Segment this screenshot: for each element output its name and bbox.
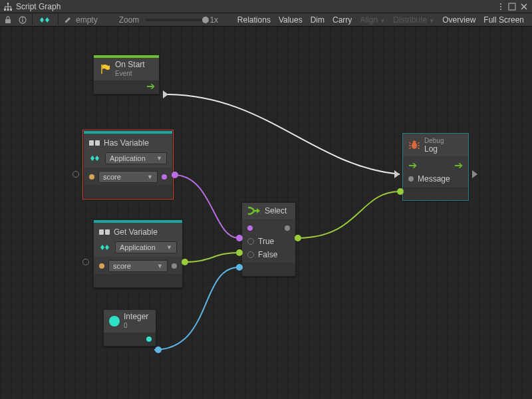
node-title: On Start — [115, 61, 145, 69]
svg-rect-8 — [5, 19, 11, 23]
port-dot[interactable] — [247, 225, 253, 231]
node-footer — [84, 185, 172, 198]
graph-icon — [4, 3, 12, 11]
dim-button[interactable]: Dim — [311, 15, 325, 25]
node-title: Get Variable — [114, 227, 158, 237]
relations-button[interactable]: Relations — [237, 15, 271, 25]
node-title: Integer — [124, 313, 148, 321]
node-debug-log[interactable]: Debug Log ➔➔ Message — [402, 133, 469, 201]
chevron-down-icon: ▼ — [157, 263, 163, 269]
scope-value: Application — [120, 243, 156, 251]
scope-value: Application — [110, 154, 146, 162]
node-footer — [403, 187, 468, 200]
align-dropdown[interactable]: Align ▼ — [360, 15, 385, 25]
node-title: Select — [265, 206, 287, 215]
variable-name-value: score — [113, 262, 131, 270]
node-select[interactable]: Select True False — [241, 202, 296, 277]
node-footer — [242, 263, 295, 276]
overview-button[interactable]: Overview — [442, 15, 475, 25]
flow-arrow-icon: ➔ — [454, 160, 463, 171]
svg-point-18 — [413, 141, 416, 144]
input-port[interactable] — [82, 259, 89, 265]
close-icon[interactable] — [520, 3, 528, 11]
lock-icon[interactable] — [4, 16, 12, 24]
node-footer — [94, 274, 182, 287]
info-icon[interactable] — [19, 16, 27, 24]
variable-name-dropdown[interactable]: score▼ — [108, 260, 168, 272]
svg-rect-3 — [10, 9, 12, 11]
graph-canvas[interactable]: On Start Event ➔ Has Variable Applicatio… — [0, 27, 532, 399]
message-label: Message — [418, 174, 450, 184]
node-integer[interactable]: Integer 0 — [103, 309, 156, 346]
zoom-value: 1x — [209, 15, 218, 25]
port-dot[interactable] — [89, 174, 94, 180]
input-port[interactable] — [236, 235, 243, 241]
scope-icon — [99, 243, 111, 251]
variable-name-value: score — [103, 173, 121, 181]
svg-point-11 — [22, 17, 23, 19]
svg-rect-7 — [509, 3, 515, 10]
radio-icon — [247, 251, 254, 258]
variable-icon — [99, 228, 110, 236]
zoom-slider-knob[interactable] — [202, 17, 209, 23]
flow-arrow-icon: ➔ — [408, 160, 417, 171]
node-on-start[interactable]: On Start Event ➔ — [93, 55, 160, 94]
output-port[interactable] — [295, 235, 301, 241]
svg-rect-10 — [22, 19, 23, 22]
svg-rect-13 — [89, 140, 94, 146]
flow-in-port[interactable] — [394, 170, 400, 178]
flow-out-port[interactable] — [472, 170, 477, 178]
svg-rect-15 — [99, 229, 104, 235]
scope-icon[interactable] — [38, 15, 53, 25]
flow-out-port[interactable] — [163, 90, 168, 98]
scope-dropdown[interactable]: Application▼ — [105, 152, 167, 164]
merge-icon — [247, 205, 261, 216]
flow-arrow-icon: ➔ — [146, 81, 155, 92]
integer-value: 0 — [124, 321, 148, 330]
port-dot[interactable] — [146, 336, 152, 342]
title-bar: Script Graph — [0, 0, 532, 13]
svg-rect-14 — [95, 140, 100, 146]
scope-dropdown[interactable]: Application▼ — [115, 241, 177, 253]
output-port[interactable] — [172, 172, 178, 178]
variable-name-dropdown[interactable]: score▼ — [98, 171, 158, 183]
zoom-slider[interactable] — [146, 19, 205, 21]
radio-icon — [247, 238, 254, 245]
toolbar: empty Zoom 1x Relations Values Dim Carry… — [0, 13, 532, 27]
bug-icon — [408, 139, 420, 151]
svg-rect-16 — [105, 229, 110, 235]
distribute-dropdown[interactable]: Distribute ▼ — [393, 15, 434, 25]
flag-icon — [99, 63, 111, 75]
variable-icon — [89, 139, 100, 147]
svg-point-5 — [500, 6, 501, 7]
chevron-down-icon: ▼ — [166, 244, 172, 251]
zoom-label: Zoom — [119, 15, 140, 25]
var-field-value[interactable]: empty — [76, 15, 98, 25]
values-button[interactable]: Values — [279, 15, 303, 25]
window-tab[interactable]: Script Graph — [4, 2, 61, 11]
fullscreen-button[interactable]: Full Screen — [483, 15, 524, 25]
node-get-variable[interactable]: Get Variable Application▼ score▼ — [93, 219, 183, 288]
port-dot[interactable] — [99, 263, 104, 269]
node-title: Has Variable — [104, 138, 149, 148]
input-port[interactable] — [397, 188, 404, 195]
maximize-icon[interactable] — [508, 3, 516, 11]
output-port[interactable] — [182, 259, 188, 265]
kebab-icon[interactable] — [497, 3, 504, 11]
node-has-variable[interactable]: Has Variable Application▼ score▼ — [83, 130, 173, 199]
output-port[interactable] — [155, 346, 162, 353]
input-port[interactable] — [236, 249, 243, 256]
port-dot[interactable] — [172, 263, 177, 269]
chevron-down-icon: ▼ — [147, 174, 153, 180]
option-false: False — [258, 250, 277, 259]
input-port[interactable] — [236, 264, 243, 271]
edit-icon[interactable] — [64, 16, 72, 24]
port-dot[interactable] — [285, 225, 290, 231]
input-port[interactable] — [72, 171, 79, 178]
carry-button[interactable]: Carry — [332, 15, 352, 25]
port-dot[interactable] — [162, 174, 167, 180]
node-subtitle: Event — [115, 69, 145, 78]
svg-rect-0 — [7, 3, 9, 5]
svg-point-4 — [500, 3, 501, 5]
port-dot[interactable] — [408, 176, 414, 182]
